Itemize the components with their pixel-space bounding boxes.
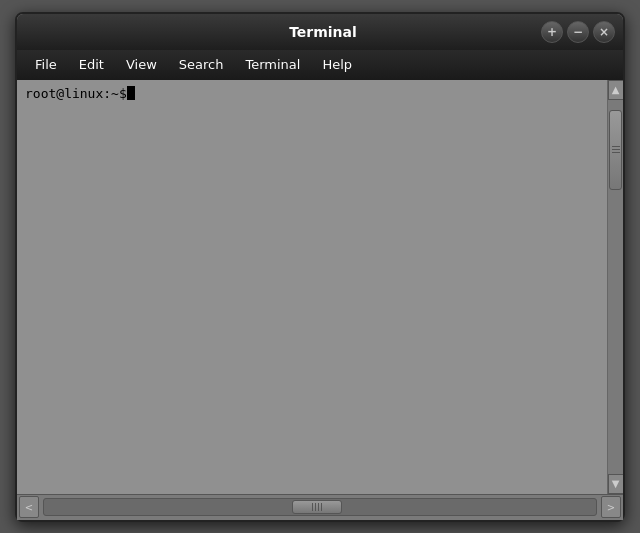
horizontal-scroll-thumb[interactable] xyxy=(292,500,342,514)
scroll-left-button[interactable]: < xyxy=(19,496,39,518)
right-arrow-icon: > xyxy=(607,502,615,513)
left-arrow-icon: < xyxy=(25,502,33,513)
add-button[interactable]: + xyxy=(541,21,563,43)
terminal-window: Terminal + − × File Edit View Search Ter… xyxy=(15,12,625,522)
title-bar: Terminal + − × xyxy=(17,14,623,50)
menu-terminal[interactable]: Terminal xyxy=(235,53,310,76)
menu-file[interactable]: File xyxy=(25,53,67,76)
horizontal-scroll-track[interactable] xyxy=(43,498,597,516)
menu-bar: File Edit View Search Terminal Help xyxy=(17,50,623,80)
minimize-button[interactable]: − xyxy=(567,21,589,43)
menu-search[interactable]: Search xyxy=(169,53,234,76)
scroll-down-button[interactable]: ▼ xyxy=(608,474,624,494)
horizontal-scrollbar: < > xyxy=(17,494,623,520)
h-scroll-grip xyxy=(312,503,322,511)
scroll-up-button[interactable]: ▲ xyxy=(608,80,624,100)
window-controls: + − × xyxy=(541,21,615,43)
grip-line-3 xyxy=(612,152,620,153)
h-grip-line-1 xyxy=(312,503,313,511)
close-button[interactable]: × xyxy=(593,21,615,43)
grip-line-1 xyxy=(612,146,620,147)
h-grip-line-2 xyxy=(315,503,316,511)
prompt-text: root@linux:~$ xyxy=(25,86,127,101)
vertical-scroll-thumb[interactable] xyxy=(609,110,622,190)
up-arrow-icon: ▲ xyxy=(612,84,620,95)
h-grip-line-4 xyxy=(321,503,322,511)
vertical-scrollbar: ▲ ▼ xyxy=(607,80,623,494)
terminal-content[interactable]: root@linux:~$ xyxy=(17,80,607,494)
cursor xyxy=(127,86,135,100)
menu-view[interactable]: View xyxy=(116,53,167,76)
vertical-scroll-track[interactable] xyxy=(608,100,623,474)
terminal-area: root@linux:~$ ▲ ▼ xyxy=(17,80,623,494)
menu-help[interactable]: Help xyxy=(312,53,362,76)
menu-edit[interactable]: Edit xyxy=(69,53,114,76)
window-title: Terminal xyxy=(105,24,541,40)
prompt-line: root@linux:~$ xyxy=(25,86,599,101)
down-arrow-icon: ▼ xyxy=(612,478,620,489)
grip-line-2 xyxy=(612,149,620,150)
h-grip-line-3 xyxy=(318,503,319,511)
scroll-right-button[interactable]: > xyxy=(601,496,621,518)
scroll-grip xyxy=(612,146,620,153)
